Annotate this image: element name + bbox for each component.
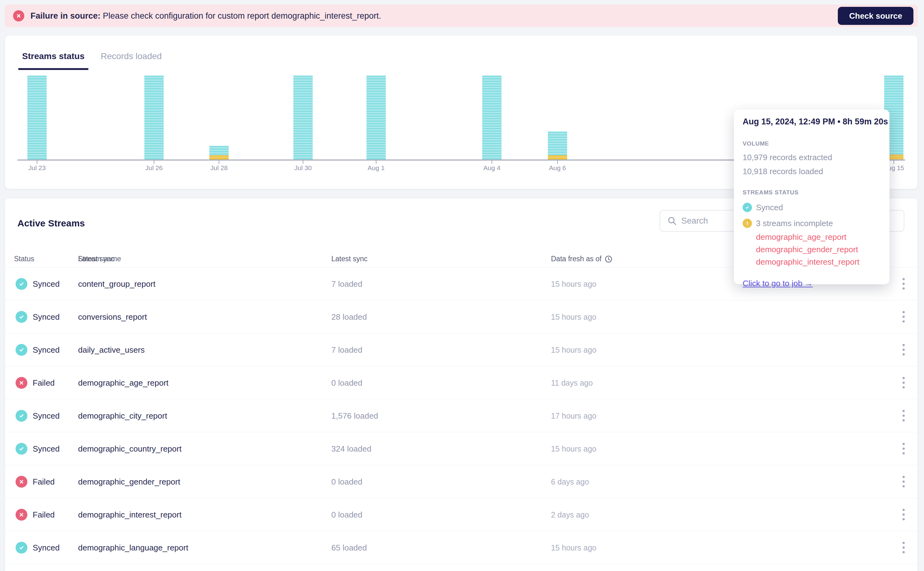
- axis-tick-label: Jul 26: [135, 164, 173, 172]
- data-fresh-as-of: 15 hours ago: [551, 312, 596, 321]
- failed-x-icon: [15, 476, 27, 488]
- row-menu-kebab-icon[interactable]: [897, 307, 910, 326]
- synced-check-icon: [743, 203, 752, 212]
- tooltip-synced-label: Synced: [756, 202, 783, 212]
- bar-segment-synced[interactable]: [366, 76, 386, 159]
- latest-sync-loaded: 0 loaded: [331, 510, 362, 519]
- failed-x-icon: [15, 377, 27, 389]
- stream-name: demographic_language_report: [78, 543, 188, 552]
- table-row: Synceddemographic_country_report324 load…: [5, 432, 918, 465]
- data-fresh-as-of: 15 hours ago: [551, 279, 596, 288]
- row-menu-kebab-icon[interactable]: [897, 440, 910, 458]
- go-to-job-link[interactable]: Click to go to job →: [743, 279, 813, 288]
- table-row: Faileddemographic_interest_report0 loade…: [5, 498, 918, 531]
- table-row: Faileddemographic_gender_report0 loaded6…: [5, 465, 918, 498]
- status-label: Failed: [32, 378, 55, 387]
- error-banner: Failure in source: Please check configur…: [5, 5, 918, 27]
- stream-name: demographic_age_report: [78, 378, 168, 387]
- synced-check-icon: [15, 344, 27, 356]
- table-row: Synceddemographic_language_report65 load…: [5, 531, 918, 564]
- bar-segment-synced[interactable]: [294, 76, 313, 159]
- row-menu-kebab-icon[interactable]: [897, 539, 910, 557]
- tooltip-title: Aug 15, 2024, 12:49 PM • 8h 59m 20s: [743, 116, 881, 127]
- tooltip-incomplete-stream-links: demographic_age_reportdemographic_gender…: [756, 231, 881, 268]
- axis-tick-label: Aug 1: [357, 164, 395, 172]
- bar-segment-synced[interactable]: [144, 76, 164, 159]
- status-label: Synced: [32, 312, 60, 322]
- error-message-rest: Please check configuration for custom re…: [100, 11, 381, 20]
- row-menu-kebab-icon[interactable]: [897, 373, 910, 392]
- bar-segment-synced[interactable]: [27, 76, 47, 159]
- axis-tick-label: Aug 6: [539, 164, 576, 172]
- tooltip-records-loaded: 10,918 records loaded: [743, 167, 881, 176]
- axis-tick: [491, 160, 492, 164]
- streams-table: Syncedcontent_group_report7 loaded15 hou…: [5, 267, 918, 564]
- synced-check-icon: [15, 410, 27, 422]
- table-row: Synceddemographic_city_report1,576 loade…: [5, 399, 918, 432]
- axis-tick: [303, 160, 303, 164]
- status-label: Synced: [32, 345, 60, 355]
- error-circle-x-icon: [13, 10, 24, 22]
- clock-icon: [604, 255, 613, 263]
- latest-sync-loaded: 7 loaded: [331, 345, 362, 355]
- sync-tooltip: Aug 15, 2024, 12:49 PM • 8h 59m 20s VOLU…: [734, 110, 890, 284]
- incomplete-stream-link[interactable]: demographic_age_report: [756, 231, 881, 243]
- axis-tick: [219, 160, 219, 164]
- incomplete-stream-link[interactable]: demographic_interest_report: [756, 256, 881, 268]
- row-menu-kebab-icon[interactable]: [897, 505, 910, 524]
- bar-segment-synced[interactable]: [209, 146, 229, 155]
- latest-sync-loaded: 324 loaded: [331, 444, 371, 454]
- axis-tick-label: Jul 30: [284, 164, 322, 172]
- stream-name: demographic_interest_report: [78, 510, 181, 519]
- synced-check-icon: [15, 542, 27, 554]
- error-message: Failure in source: Please check configur…: [31, 11, 381, 21]
- axis-tick-label: Aug 4: [473, 164, 510, 172]
- synced-check-icon: [15, 443, 27, 455]
- latest-sync-loaded: 1,576 loaded: [331, 411, 378, 420]
- error-message-bold: Failure in source:: [31, 11, 100, 20]
- col-header-name: Stream name: [78, 255, 121, 263]
- active-streams-title: Active Streams: [17, 218, 85, 228]
- bar-segment-synced[interactable]: [548, 131, 567, 155]
- synced-check-icon: [15, 278, 27, 290]
- table-row: Syncedconversions_report28 loaded15 hour…: [5, 301, 918, 333]
- row-menu-kebab-icon[interactable]: [897, 275, 910, 293]
- axis-tick: [376, 160, 377, 164]
- axis-tick-label: Jul 23: [19, 164, 56, 172]
- axis-tick: [893, 160, 894, 164]
- status-label: Synced: [32, 411, 60, 420]
- tooltip-incomplete-label: 3 streams incomplete: [756, 218, 833, 228]
- synced-check-icon: [15, 311, 27, 323]
- status-label: Synced: [32, 279, 60, 289]
- row-menu-kebab-icon[interactable]: [897, 406, 910, 425]
- tooltip-synced-row: Synced: [743, 202, 881, 212]
- bar-segment-incomplete: [548, 155, 567, 159]
- incomplete-stream-link[interactable]: demographic_gender_report: [756, 243, 881, 256]
- stream-name: content_group_report: [78, 279, 156, 289]
- tooltip-records-extracted: 10,979 records extracted: [743, 153, 881, 162]
- bar-segment-synced[interactable]: [482, 76, 502, 159]
- table-row: Synceddaily_active_users7 loaded15 hours…: [5, 333, 918, 366]
- data-fresh-as-of: 15 hours ago: [551, 345, 596, 354]
- latest-sync-loaded: 0 loaded: [331, 477, 362, 486]
- data-fresh-as-of: 17 hours ago: [551, 411, 596, 420]
- status-label: Synced: [32, 444, 60, 454]
- data-fresh-as-of: 11 days ago: [551, 378, 593, 387]
- data-fresh-as-of: 15 hours ago: [551, 543, 596, 552]
- warning-icon: [743, 219, 752, 228]
- check-source-button[interactable]: Check source: [838, 7, 913, 25]
- latest-sync-loaded: 28 loaded: [331, 312, 367, 322]
- stream-name: demographic_city_report: [78, 411, 167, 420]
- status-label: Synced: [32, 543, 60, 552]
- latest-sync-loaded: 7 loaded: [331, 279, 362, 289]
- table-row: Faileddemographic_age_report0 loaded11 d…: [5, 366, 918, 399]
- col-header-data-fresh-label: Data fresh as of: [551, 255, 601, 263]
- latest-sync-loaded: 0 loaded: [331, 378, 362, 387]
- tooltip-streams-status-label: STREAMS STATUS: [743, 189, 881, 196]
- row-menu-kebab-icon[interactable]: [897, 341, 910, 359]
- bar-segment-incomplete: [209, 155, 229, 159]
- row-menu-kebab-icon[interactable]: [897, 472, 910, 491]
- stream-name: demographic_gender_report: [78, 477, 180, 486]
- status-label: Failed: [32, 510, 55, 519]
- tooltip-volume-label: VOLUME: [743, 140, 881, 147]
